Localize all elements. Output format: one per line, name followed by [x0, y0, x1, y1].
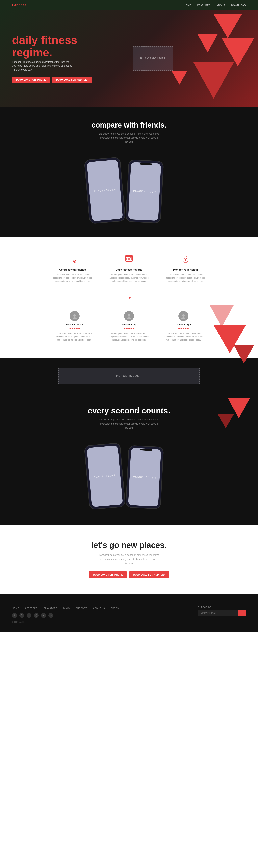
triangle-4: [194, 62, 234, 99]
counts-phones: PLACEHOLDER PLACEHOLDER: [12, 440, 246, 508]
svg-point-18: [182, 314, 184, 317]
phone-left: PLACEHOLDER: [84, 157, 125, 224]
testimonial-name-james: James Bright: [161, 323, 206, 326]
testimonial-michael: Michael King ★★★★★ Lorem ipsum dolor sit…: [107, 311, 151, 342]
footer-link-home[interactable]: HOME: [12, 607, 19, 609]
social-facebook[interactable]: f: [12, 613, 17, 618]
footer-link-playstore[interactable]: PLAYSTORE: [44, 607, 57, 609]
footer-link-blog[interactable]: BLOG: [63, 607, 70, 609]
feature-fitness: Daily Fitness Reports Lorem ipsum dolor …: [109, 253, 149, 283]
phone-left-screen: PLACEHOLDER: [87, 159, 123, 221]
download-android-button[interactable]: Download for Android: [52, 76, 92, 83]
compare-section: compare with friends. Landder+ helps you…: [0, 107, 258, 237]
counts-phone-right: PLACEHOLDER: [125, 445, 164, 509]
social-youtube[interactable]: ▷: [48, 613, 53, 618]
fitness-icon: [123, 253, 135, 265]
video-section: PLACEHOLDER: [0, 358, 258, 394]
hero-placeholder: PLACEHOLDER: [133, 46, 173, 70]
footer: HOME APPSTORE PLAYSTORE BLOG SUPPORT ABO…: [0, 594, 258, 632]
social-instagram[interactable]: ◯: [34, 613, 39, 618]
subscribe-label: SUBSCRIBE: [198, 606, 246, 608]
social-twitter[interactable]: t: [27, 613, 31, 618]
svg-point-13: [184, 256, 187, 259]
health-title: Monitor Your Health: [173, 268, 198, 271]
footer-link-aboutus[interactable]: ABOUT US: [93, 607, 105, 609]
features-grid: Connect with Friends Lorem ipsum dolor s…: [38, 253, 220, 283]
footer-link-support[interactable]: SUPPORT: [76, 607, 87, 609]
new-places-section: let's go new places. Landder+ helps you …: [0, 525, 258, 594]
navbar: Landder+ HOME FEATURES ABOUT DOWNLOAD: [0, 0, 258, 10]
video-placeholder: PLACEHOLDER: [58, 368, 200, 384]
testimonial-james: James Bright ★★★★★ Lorem ipsum dolor sit…: [161, 311, 206, 342]
counts-section: every second counts. Landder+ helps you …: [0, 394, 258, 525]
footer-link-press[interactable]: PRESS: [111, 607, 119, 609]
footer-subscribe: →: [198, 610, 246, 616]
counts-triangles: [210, 398, 250, 438]
fitness-title: Daily Fitness Reports: [116, 268, 143, 271]
connect-icon: [66, 253, 79, 265]
testimonial-name-michael: Michael King: [107, 323, 151, 326]
footer-links: HOME APPSTORE PLAYSTORE BLOG SUPPORT ABO…: [12, 606, 119, 610]
triangle-3: [222, 38, 254, 66]
nav-about[interactable]: ABOUT: [217, 4, 225, 6]
new-places-android-button[interactable]: Download for Android: [129, 571, 169, 578]
subscribe-button[interactable]: →: [238, 610, 246, 616]
triangle-2: [198, 34, 218, 52]
nav-links: HOME FEATURES ABOUT DOWNLOAD: [183, 3, 246, 7]
testimonial-text-michael: Lorem ipsum dolor sit amet consectetur a…: [107, 332, 151, 342]
counts-phone-left-screen: PLACEHOLDER: [87, 445, 123, 507]
phone-right-screen: PLACEHOLDER: [128, 162, 161, 221]
hero-title: daily fitness regime.: [12, 34, 92, 59]
hero-section: daily fitness regime. Landder+ is a free…: [0, 10, 258, 107]
footer-social: f G t ◯ ✦ ▷: [12, 613, 119, 618]
hero-content: daily fitness regime. Landder+ is a free…: [12, 34, 92, 83]
avatar-nicole: [69, 311, 80, 321]
triangle-5: [171, 70, 188, 85]
avatar-michael: [124, 311, 134, 321]
testimonial-text-nicole: Lorem ipsum dolor sit amet consectetur a…: [52, 332, 97, 342]
social-github[interactable]: ✦: [41, 613, 46, 618]
avatar-james: [178, 311, 189, 321]
nav-home[interactable]: HOME: [183, 4, 191, 6]
stars-michael: ★★★★★: [107, 327, 151, 330]
feature-health: Monitor Your Health Lorem ipsum dolor si…: [165, 253, 206, 283]
features-section: Connect with Friends Lorem ipsum dolor s…: [0, 237, 258, 299]
counts-phone-left: PLACEHOLDER: [84, 442, 125, 510]
stars-james: ★★★★★: [161, 327, 206, 330]
testimonials-grid: Nicole Kidman ★★★★★ Lorem ipsum dolor si…: [38, 311, 220, 342]
svg-rect-9: [128, 259, 130, 260]
new-places-iphone-button[interactable]: Download for iPhone: [89, 571, 127, 578]
feature-connect: Connect with Friends Lorem ipsum dolor s…: [52, 253, 93, 283]
connect-title: Connect with Friends: [59, 268, 86, 271]
triangle-1: [214, 14, 242, 38]
phones-container: PLACEHOLDER PLACEHOLDER: [12, 154, 246, 223]
counts-description: Landder+ helps you get a sense of how mu…: [99, 417, 159, 430]
svg-point-16: [74, 314, 76, 317]
footer-link-appstore[interactable]: APPSTORE: [25, 607, 37, 609]
fitness-desc: Lorem ipsum dolor sit amet consectetur a…: [109, 273, 149, 283]
svg-rect-10: [130, 257, 132, 260]
testimonial-text-james: Lorem ipsum dolor sit amet consectetur a…: [161, 332, 206, 342]
svg-point-17: [128, 314, 130, 317]
counts-phone-right-screen: PLACEHOLDER: [128, 448, 161, 507]
svg-rect-8: [126, 258, 128, 260]
counts-heading: every second counts.: [12, 406, 246, 415]
footer-bottom: HOME APPSTORE PLAYSTORE BLOG SUPPORT ABO…: [12, 606, 246, 624]
compare-heading: compare with friends.: [12, 121, 246, 129]
connect-desc: Lorem ipsum dolor sit amet consectetur a…: [52, 273, 93, 283]
health-icon: [179, 253, 192, 265]
footer-blue-line: [12, 624, 24, 624]
nav-features[interactable]: FEATURES: [197, 4, 210, 6]
health-desc: Lorem ipsum dolor sit amet consectetur a…: [165, 273, 206, 283]
footer-copy: © 2024 Landder+: [12, 621, 119, 623]
hero-description: Landder+ is a free all-day activity trac…: [12, 60, 73, 72]
subscribe-input[interactable]: [198, 610, 238, 616]
stars-nicole: ★★★★★: [52, 327, 97, 330]
new-places-heading: let's go new places.: [12, 541, 246, 550]
download-iphone-button[interactable]: Download for iPhone: [12, 76, 50, 83]
testimonial-name-nicole: Nicole Kidman: [52, 323, 97, 326]
social-google[interactable]: G: [19, 613, 24, 618]
testimonials-section: Nicole Kidman ★★★★★ Lorem ipsum dolor si…: [0, 299, 258, 358]
phone-right: PLACEHOLDER: [125, 159, 164, 224]
nav-download[interactable]: DOWNLOAD: [231, 4, 246, 6]
